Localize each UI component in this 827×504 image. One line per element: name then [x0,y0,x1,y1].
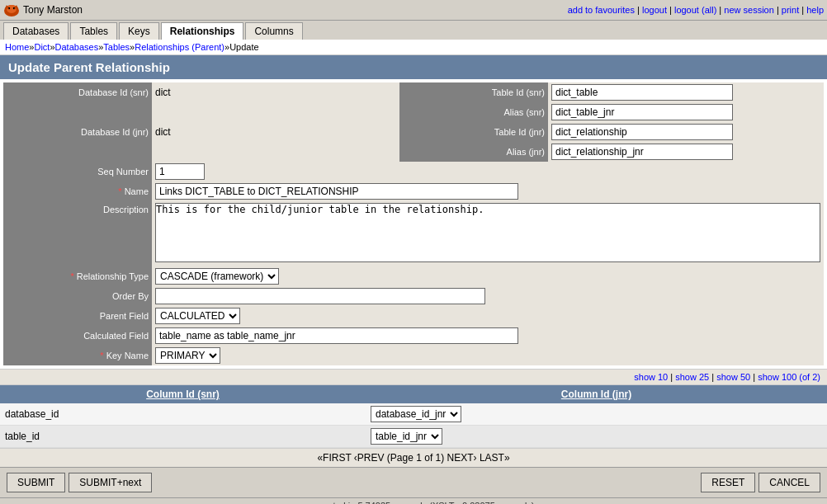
logout-link[interactable]: logout [642,5,667,15]
tab-columns[interactable]: Columns [245,22,302,40]
footer: page created in 5.74035 seconds (XSLT= 0… [0,497,827,504]
label-database-id-snr: Database Id (snr) [3,82,152,102]
value-alias-snr [548,102,824,122]
form-row-description: Description This is for the child/junior… [3,201,824,266]
columns-table-body: database_iddatabase_id_jnrtable_idtable_… [0,403,827,448]
label-key-name: * Key Name [3,346,152,365]
input-table-id-jnr[interactable] [551,124,733,140]
submit-next-button[interactable]: SUBMIT+next [69,473,152,492]
textarea-description[interactable]: This is for the child/junior table in th… [155,203,820,262]
breadcrumb-databases[interactable]: Databases [55,42,99,52]
label-relationship-type: * Relationship Type [3,266,152,286]
label-calculated-field: Calculated Field [3,326,152,346]
input-name[interactable] [155,183,518,200]
nav-pagination: «FIRST ‹PREV (Page 1 of 1) NEXT› LAST» [0,448,827,467]
value-database-id-jnr: dict [152,122,399,142]
col-jnr-value: database_id_jnr [366,403,827,426]
select-parent-field[interactable]: CALCULATED OTHER [155,308,240,324]
label-table-id-jnr: Table Id (jnr) [399,122,548,142]
form-row-name: * Name [3,181,824,201]
nav-tabs: Databases Tables Keys Relationships Colu… [0,21,827,40]
input-table-id-snr[interactable] [551,84,733,101]
action-bar: SUBMIT SUBMIT+next RESET CANCEL [0,467,827,497]
submit-button[interactable]: SUBMIT [7,473,65,492]
action-bar-left: SUBMIT SUBMIT+next [7,473,152,492]
value-table-id-jnr [548,122,824,142]
select-col-jnr[interactable]: table_id_jnr [371,428,442,445]
label-parent-field: Parent Field [3,306,152,326]
show50-link[interactable]: show 50 [716,372,750,382]
tab-databases[interactable]: Databases [3,22,69,40]
form-row-seq-number: Seq Number [3,162,824,181]
form-row-alias-jnr: Alias (jnr) [3,142,824,162]
input-order-by[interactable] [155,288,485,304]
pagination-bar: show 10 | show 25 | show 50 | show 100 (… [0,369,827,385]
tab-keys[interactable]: Keys [119,22,159,40]
form-row-db-snr: Database Id (snr) dict Table Id (snr) [3,82,824,102]
form-row-parent-field: Parent Field CALCULATED OTHER [3,306,824,326]
value-table-id-snr [548,82,824,102]
breadcrumb-current: Update [229,42,258,52]
show10-link[interactable]: show 10 [634,372,668,382]
col-header-jnr[interactable]: Column Id (jnr) [366,385,827,403]
col-snr-value: table_id [0,426,366,448]
top-bar: Tony Marston add to favourites | logout … [0,0,827,21]
value-seq-number [152,162,824,181]
breadcrumb-tables[interactable]: Tables [103,42,130,52]
input-calculated-field[interactable] [155,327,518,344]
input-seq-number[interactable] [155,163,205,180]
input-alias-snr[interactable] [551,104,733,120]
label-alias-snr: Alias (snr) [399,102,548,122]
form-area: Database Id (snr) dict Table Id (snr) Al… [0,79,827,369]
label-database-id-jnr: Database Id (jnr) [3,122,152,142]
show25-link[interactable]: show 25 [675,372,709,382]
username: Tony Marston [23,4,83,16]
fox-icon [3,2,20,18]
col-header-snr[interactable]: Column Id (snr) [0,385,366,403]
col-jnr-value: table_id_jnr [366,426,827,448]
add-to-favourites-link[interactable]: add to favourites [568,5,635,15]
logout-all-link[interactable]: logout (all) [674,5,716,15]
breadcrumb-home[interactable]: Home [5,42,29,52]
form-row-relationship-type: * Relationship Type CASCADE (framework) … [3,266,824,286]
top-bar-links: add to favourites | logout | logout (all… [568,5,824,15]
form-row-calculated-field: Calculated Field [3,326,824,346]
tab-relationships[interactable]: Relationships [161,22,244,40]
print-link[interactable]: print [782,5,799,15]
label-order-by: Order By [3,286,152,306]
form-row-key-name: * Key Name PRIMARY FOREIGN [3,346,824,365]
main-content: Update Parent Relationship Database Id (… [0,55,827,467]
columns-table-header: Column Id (snr) Column Id (jnr) [0,385,827,403]
form-row-db-jnr: Database Id (jnr) dict Table Id (jnr) [3,122,824,142]
name-required: * [118,186,124,196]
action-bar-right: RESET CANCEL [701,473,820,492]
select-col-jnr[interactable]: database_id_jnr [371,406,461,422]
label-description: Description [3,201,152,266]
value-alias-jnr [548,142,824,162]
breadcrumb: Home»Dict»Databases»Tables»Relationships… [0,40,827,55]
new-session-link[interactable]: new session [724,5,774,15]
form-table: Database Id (snr) dict Table Id (snr) Al… [3,82,824,365]
reset-button[interactable]: RESET [701,473,755,492]
top-bar-left: Tony Marston [3,2,83,18]
breadcrumb-dict[interactable]: Dict [34,42,50,52]
form-row-order-by: Order By [3,286,824,306]
tab-tables[interactable]: Tables [70,22,117,40]
label-table-id-snr: Table Id (snr) [399,82,548,102]
col-snr-value: database_id [0,403,366,426]
label-alias-jnr: Alias (jnr) [399,142,548,162]
footer-timing: page created in 5.74035 seconds (XSLT= 0… [2,501,825,504]
label-name: * Name [3,181,152,201]
input-alias-jnr[interactable] [551,144,733,160]
select-key-name[interactable]: PRIMARY FOREIGN [155,347,220,364]
table-row: database_iddatabase_id_jnr [0,403,827,426]
show100-link[interactable]: show 100 (of 2) [758,372,820,382]
label-seq-number: Seq Number [3,162,152,181]
breadcrumb-relationships[interactable]: Relationships (Parent) [135,42,224,52]
nav-pagination-text: «FIRST ‹PREV (Page 1 of 1) NEXT› LAST» [317,452,509,464]
select-relationship-type[interactable]: CASCADE (framework) RESTRICT SET NULL [155,268,279,285]
cancel-button[interactable]: CANCEL [758,473,820,492]
help-link[interactable]: help [806,5,824,15]
form-row-alias-snr: Alias (snr) [3,102,824,122]
svg-point-1 [7,5,17,13]
